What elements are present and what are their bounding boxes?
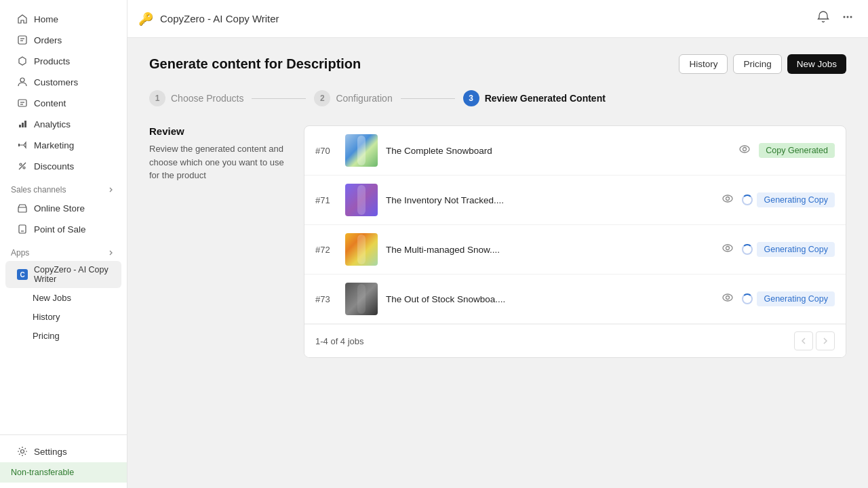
topbar-right <box>814 7 857 30</box>
svg-rect-4 <box>18 100 26 106</box>
review-layout: Review Review the generated content and … <box>149 125 846 358</box>
svg-rect-29 <box>357 235 366 264</box>
more-options-button[interactable] <box>838 7 857 30</box>
svg-rect-23 <box>357 136 366 165</box>
sidebar-item-customers[interactable]: Customers <box>5 72 121 92</box>
eye-icon-73[interactable] <box>722 291 734 306</box>
job-status-71: Generating Copy <box>742 192 835 207</box>
content-area: Generate content for Description History… <box>127 38 868 488</box>
topbar: 🔑 CopyZero - AI Copy Writer <box>127 0 868 38</box>
svg-point-31 <box>726 247 730 250</box>
job-thumb-72 <box>345 233 378 266</box>
sidebar-item-new-jobs[interactable]: New Jobs <box>22 289 121 307</box>
page-header: Generate content for Description History… <box>149 54 846 74</box>
main-content: 🔑 CopyZero - AI Copy Writer Generate con… <box>127 0 868 488</box>
svg-point-24 <box>740 146 749 152</box>
sidebar-item-history[interactable]: History <box>22 308 121 326</box>
sidebar-item-pos[interactable]: Point of Sale <box>5 219 121 239</box>
svg-point-25 <box>743 148 747 151</box>
generating-badge: Generating Copy <box>757 291 835 306</box>
job-name-70: The Complete Snowboard <box>386 146 730 156</box>
svg-rect-14 <box>18 207 26 212</box>
job-num-72: #72 <box>315 245 337 255</box>
job-num-73: #73 <box>315 294 337 304</box>
eye-icon-70[interactable] <box>738 143 751 158</box>
svg-rect-32 <box>357 284 366 314</box>
table-row: #72 The Multi-managed Snow.... Generatin… <box>304 225 846 274</box>
generating-badge: Generating Copy <box>757 192 835 207</box>
prev-page-button[interactable] <box>794 331 813 350</box>
sidebar-item-home[interactable]: Home <box>5 9 121 29</box>
spinner-72 <box>742 244 753 255</box>
job-thumb-71 <box>345 184 378 216</box>
pagination-buttons <box>794 331 835 350</box>
orders-icon <box>16 34 28 46</box>
header-actions: History Pricing New Jobs <box>679 54 846 74</box>
step-divider-1 <box>252 98 306 99</box>
table-row: #73 The Out of Stock Snowboa.... Generat… <box>304 274 846 324</box>
table-row: #70 The Complete Snowboard Copy Generate… <box>304 126 846 176</box>
svg-point-34 <box>726 296 730 300</box>
customers-icon <box>16 76 28 88</box>
svg-point-27 <box>723 195 732 202</box>
copyzero-icon: C <box>16 268 28 281</box>
step-1: 1 Choose Products <box>149 90 243 106</box>
sidebar-sub-items: New Jobs History Pricing <box>0 289 127 345</box>
eye-icon-71[interactable] <box>722 192 734 207</box>
step-2: 2 Configuration <box>314 90 392 106</box>
marketing-icon <box>16 139 28 151</box>
step-1-label: Choose Products <box>171 93 243 104</box>
svg-rect-7 <box>19 125 21 127</box>
job-status-72: Generating Copy <box>742 242 835 257</box>
new-jobs-button[interactable]: New Jobs <box>787 54 846 74</box>
svg-point-3 <box>20 78 24 82</box>
home-icon <box>16 13 28 25</box>
svg-point-12 <box>23 167 25 169</box>
sidebar-item-discounts[interactable]: Discounts <box>5 156 121 176</box>
eye-icon-72[interactable] <box>722 242 734 257</box>
sidebar-item-content[interactable]: Content <box>5 93 121 113</box>
stepper: 1 Choose Products 2 Configuration 3 Revi… <box>149 90 846 106</box>
spinner-73 <box>742 293 753 304</box>
sidebar-item-settings[interactable]: Settings <box>5 441 121 462</box>
table-row: #71 The Inventory Not Tracked.... Genera… <box>304 176 846 225</box>
job-name-72: The Multi-managed Snow.... <box>386 245 713 255</box>
sidebar-bottom: Settings Non-transferable <box>0 434 127 488</box>
step-1-circle: 1 <box>149 90 165 106</box>
notification-button[interactable] <box>814 7 833 30</box>
history-button[interactable]: History <box>679 54 728 74</box>
sales-channels-section: Sales channels <box>0 177 127 197</box>
sidebar-item-products[interactable]: Products <box>5 51 121 71</box>
page-title: Generate content for Description <box>149 56 361 72</box>
step-3: 3 Review Generated Content <box>463 90 606 106</box>
sidebar-item-analytics[interactable]: Analytics <box>5 114 121 134</box>
pos-icon <box>16 223 28 235</box>
step-2-circle: 2 <box>314 90 330 106</box>
job-status-73: Generating Copy <box>742 291 835 306</box>
svg-rect-8 <box>22 123 24 127</box>
sidebar-item-copyzero[interactable]: C CopyZero - AI Copy Writer <box>5 261 121 288</box>
sidebar-item-pricing[interactable]: Pricing <box>22 327 121 345</box>
next-page-button[interactable] <box>816 331 835 350</box>
topbar-title: CopyZero - AI Copy Writer <box>160 13 279 24</box>
sidebar-item-marketing[interactable]: Marketing <box>5 135 121 155</box>
svg-rect-0 <box>18 36 26 44</box>
step-3-label: Review Generated Content <box>485 93 606 104</box>
review-sidebar: Review Review the generated content and … <box>149 125 285 358</box>
svg-point-33 <box>723 294 732 301</box>
sidebar-item-online-store[interactable]: Online Store <box>5 198 121 218</box>
job-name-71: The Inventory Not Tracked.... <box>386 195 713 205</box>
svg-point-11 <box>20 163 22 165</box>
spinner-71 <box>742 195 753 205</box>
svg-rect-26 <box>357 185 366 215</box>
app-logo-icon: 🔑 <box>138 12 153 26</box>
job-status-70: Copy Generated <box>759 143 835 158</box>
svg-text:C: C <box>20 271 24 279</box>
sidebar: Home Orders Products Customers Content <box>0 0 127 488</box>
svg-point-19 <box>21 450 24 453</box>
store-icon <box>16 202 28 214</box>
pricing-button[interactable]: Pricing <box>733 54 781 74</box>
sidebar-item-orders[interactable]: Orders <box>5 30 121 50</box>
svg-rect-9 <box>24 121 26 127</box>
svg-point-30 <box>723 245 732 251</box>
